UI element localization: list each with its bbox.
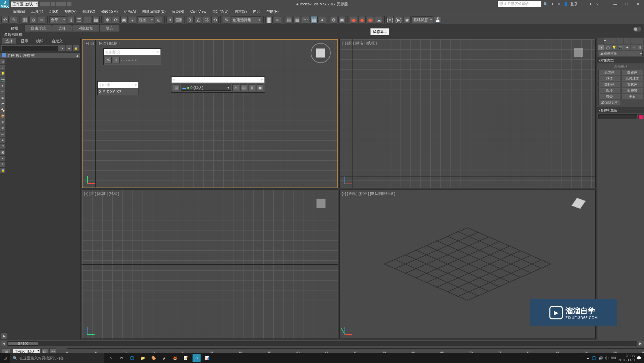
exchange-icon[interactable]: ✕ — [557, 2, 561, 6]
unlink-button[interactable]: ⊘ — [30, 16, 37, 23]
cp-cat-shapes-icon[interactable]: ◯ — [605, 45, 611, 50]
tray-ime-icon[interactable]: 中 — [605, 356, 609, 361]
cp-tab-hierarchy-icon[interactable] — [617, 38, 623, 44]
cp-btn-teapot[interactable]: 茶壶 — [598, 94, 620, 99]
menu-modifiers[interactable]: 修改器(M) — [99, 8, 121, 15]
float-layer-title[interactable]: ≡▾ — [171, 77, 265, 83]
cp-cat-spacewarps-icon[interactable]: 〰 — [631, 45, 637, 50]
mirror-button[interactable]: ▐▌ — [265, 16, 273, 23]
se-filter-misc2-icon[interactable]: ✎ — [0, 162, 5, 167]
viewport-front-label[interactable]: [+] [前 ] [标准 ] [线框 ] — [342, 41, 377, 46]
se-filter-cameras-icon[interactable]: 📷 — [0, 77, 5, 83]
menu-views[interactable]: 视图(V) — [62, 8, 79, 15]
se-tab-display[interactable]: 显示 — [17, 38, 32, 44]
ts-track[interactable]: 0 / 100 — [7, 341, 637, 346]
minimize-button[interactable]: — — [610, 1, 620, 7]
ribbon-tab-object-paint[interactable]: 对象绘制 — [72, 25, 99, 32]
menu-edit[interactable]: 编辑(E) — [10, 8, 28, 15]
cp-btn-plane[interactable]: 平面 — [621, 94, 643, 99]
render-iterative-button[interactable]: 🫖 — [358, 16, 366, 23]
start-button[interactable]: ⊞ — [0, 353, 10, 363]
search-icon[interactable]: 🔍 — [543, 2, 548, 6]
cp-cat-cameras-icon[interactable]: 📷 — [618, 45, 624, 50]
app-logo[interactable]: 3MAX — [0, 0, 9, 8]
layer-explorer-button[interactable]: ▤ — [285, 16, 292, 23]
viewport-left[interactable]: [+] [左 ] [标准 ] [线框 ] — [82, 190, 338, 339]
tray-network-icon[interactable]: 🌐 — [592, 356, 596, 360]
layer-new-icon[interactable]: + — [232, 84, 239, 91]
cp-tab-display-icon[interactable] — [631, 38, 637, 44]
cp-btn-cylinder[interactable]: 圆柱体 — [598, 82, 620, 87]
select-region-button[interactable]: ⬚ — [84, 16, 91, 23]
brush-pick-icon[interactable]: ✎ — [105, 57, 112, 63]
cp-cat-lights-icon[interactable]: 💡 — [611, 45, 617, 50]
qat-open-icon[interactable] — [45, 2, 50, 6]
cp-btn-geosphere[interactable]: 几何球体 — [621, 76, 643, 81]
viewport-persp-label[interactable]: [+] [透视 ] [标准 ] [默认明暗处理 ] — [342, 191, 395, 196]
layer-dropdown[interactable]: ▬■ 0 (默认)▾ — [181, 85, 231, 91]
workspace-selector[interactable]: 工作区: 默认 — [11, 1, 38, 7]
viewport-top-label[interactable]: [+] [顶 ] [标准 ] [线框 ] — [85, 41, 119, 46]
cp-tab-motion-icon[interactable] — [624, 38, 630, 44]
material-editor-button[interactable]: ● — [319, 16, 326, 23]
bind-space-warp-button[interactable]: ≋ — [38, 16, 45, 23]
redo-button[interactable]: ↷ — [10, 16, 17, 23]
percent-snap-button[interactable]: % — [203, 16, 210, 23]
axis-xz-button[interactable]: X? — [116, 90, 121, 94]
pivot-center-button[interactable]: ⊕ — [155, 16, 162, 23]
layer-manager-icon[interactable]: ▤ — [173, 84, 179, 91]
align-button[interactable]: ≡ — [274, 16, 281, 23]
ribbon-tab-populate[interactable]: 填充 — [100, 25, 119, 32]
user-icon[interactable]: 👤 — [564, 2, 568, 6]
se-visibility-icon[interactable] — [2, 53, 6, 57]
tray-input-icon[interactable]: ⌨ — [611, 356, 616, 360]
angle-snap-button[interactable]: ∠ — [195, 16, 202, 23]
selection-filter-dropdown[interactable]: 全部 — [49, 16, 66, 23]
spinner-snap-button[interactable]: ⟲ — [211, 16, 219, 23]
viewport-top[interactable]: [+] [顶 ] [标准 ] [线框 ] 笔刷预设▾ ✎ + • • • ● ●… — [82, 39, 338, 188]
notifications-icon[interactable]: 💬 — [637, 356, 641, 360]
menu-civil-view[interactable]: Civil View — [187, 9, 209, 14]
ts-slider-handle[interactable]: 0 / 100 — [8, 342, 38, 346]
qat-project-icon[interactable] — [67, 2, 71, 6]
cp-cat-systems-icon[interactable]: ⚙ — [637, 45, 643, 50]
menu-rendering[interactable]: 渲染(R) — [169, 8, 187, 15]
viewcube-left[interactable] — [311, 193, 331, 213]
se-filter-lights-icon[interactable]: 💡 — [0, 71, 5, 76]
se-clear-icon[interactable]: ✕ — [59, 45, 65, 51]
rotate-button[interactable]: ⟳ — [112, 16, 119, 23]
menu-help[interactable]: 帮助(H) — [264, 8, 281, 15]
record-button[interactable]: ◉ — [403, 16, 411, 23]
se-filter-none-icon[interactable]: □ — [0, 144, 5, 149]
se-filter-frozen-icon[interactable]: ❄ — [0, 119, 5, 125]
cp-tab-create-icon[interactable]: + — [604, 38, 610, 44]
link-button[interactable]: ⛓ — [21, 16, 29, 23]
app-icon-4[interactable]: 📊 — [203, 354, 211, 362]
qat-redo-icon[interactable] — [61, 2, 66, 6]
placement-button[interactable]: ⬥ — [129, 16, 136, 23]
menu-animation[interactable]: 动画(A) — [121, 8, 139, 15]
toggle-ribbon-button[interactable]: ▦ — [293, 16, 301, 23]
se-tab-select[interactable]: 选择 — [2, 38, 16, 44]
se-filter-helpers-icon[interactable]: ✦ — [0, 83, 5, 89]
undo-button[interactable]: ↶ — [1, 16, 9, 23]
tray-overflow-icon[interactable]: ⌃ — [581, 356, 584, 360]
axis-xy-button[interactable]: XY — [110, 90, 115, 94]
cp-btn-textplus[interactable]: 加强型文本 — [598, 100, 620, 105]
menu-scripting[interactable]: 脚本(S) — [232, 8, 250, 15]
se-search-input[interactable] — [1, 45, 59, 51]
se-column-header[interactable]: 名称(按升序排序) ▴ — [0, 52, 80, 58]
cp-btn-sphere[interactable]: 球体 — [598, 76, 620, 81]
se-filter-groups-icon[interactable]: ▣ — [0, 95, 5, 101]
menu-create[interactable]: 创建(C) — [80, 8, 98, 15]
cp-rollout-name-color[interactable]: 名称和颜色 — [597, 107, 644, 113]
firefox-icon[interactable]: 🦊 — [171, 354, 179, 362]
se-filter-shapes-icon[interactable]: ○ — [0, 65, 5, 70]
layer-select-icon[interactable]: ▯ — [249, 84, 255, 91]
qat-new-icon[interactable] — [40, 2, 45, 6]
snap-toggle-button[interactable]: 3 — [186, 16, 194, 23]
cp-color-swatch[interactable] — [638, 114, 643, 119]
curve-editor-button[interactable]: 〰 — [302, 16, 309, 23]
cp-btn-box[interactable]: 长方体 — [598, 70, 620, 75]
cp-cat-geometry-icon[interactable]: ● — [598, 45, 604, 50]
